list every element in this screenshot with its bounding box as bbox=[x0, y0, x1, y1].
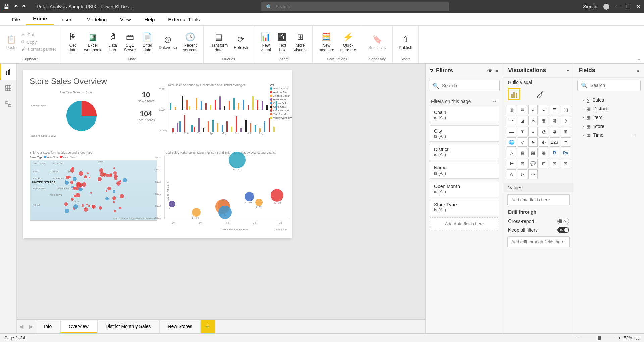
text-box-button[interactable]: 🅰Text box bbox=[274, 29, 290, 55]
viz-type-icon[interactable]: ⊢ bbox=[507, 159, 516, 168]
model-view-button[interactable] bbox=[0, 96, 16, 112]
close-icon[interactable]: ✕ bbox=[637, 4, 641, 9]
format-visual-mode[interactable] bbox=[534, 88, 546, 100]
page-tab[interactable]: Info bbox=[36, 320, 60, 333]
excel-workbook-button[interactable]: ▦Excel workbook bbox=[82, 29, 104, 55]
dataverse-button[interactable]: ◎Dataverse bbox=[156, 29, 180, 55]
global-search[interactable]: 🔍 bbox=[261, 2, 449, 11]
viz-type-icon[interactable]: ▨ bbox=[550, 116, 559, 125]
viz-type-icon[interactable]: ≡ bbox=[561, 137, 570, 147]
zoom-out-button[interactable]: − bbox=[576, 336, 578, 340]
viz-type-icon[interactable]: ▯▯ bbox=[561, 105, 570, 114]
viz-type-icon[interactable]: ⋯ bbox=[528, 169, 538, 179]
viz-type-icon[interactable]: ▦ bbox=[539, 116, 548, 125]
viz-type-icon[interactable]: ◐ bbox=[539, 137, 548, 147]
viz-type-icon[interactable]: R bbox=[550, 148, 559, 157]
page-tab[interactable]: District Monthly Sales bbox=[97, 320, 159, 333]
keep-filters-toggle[interactable]: On bbox=[557, 227, 569, 233]
tab-view[interactable]: View bbox=[113, 14, 138, 25]
column-chart-visual[interactable]: Total Sales Variance by FiscalMonth and … bbox=[168, 83, 288, 144]
report-canvas[interactable]: Store Sales Overview This Year Sales by … bbox=[17, 64, 425, 319]
filters-section-menu-icon[interactable]: ⋯ bbox=[493, 99, 498, 104]
filter-card[interactable]: Districtis (All) bbox=[430, 144, 499, 160]
zoom-slider[interactable] bbox=[581, 338, 615, 338]
global-search-input[interactable] bbox=[276, 4, 444, 9]
new-measure-button[interactable]: 🧮New measure bbox=[316, 29, 337, 55]
new-visual-button[interactable]: 📊New visual bbox=[258, 29, 274, 55]
filter-card[interactable]: Store Typeis (All) bbox=[430, 199, 499, 215]
drill-through-drop-zone[interactable]: Add drill-through fields here bbox=[507, 236, 570, 247]
collapse-fields-icon[interactable]: » bbox=[637, 68, 639, 73]
field-table[interactable]: ›▦Time⋯ bbox=[578, 131, 640, 139]
more-icon[interactable]: ⋯ bbox=[631, 133, 635, 137]
cross-report-toggle[interactable]: Off bbox=[557, 218, 569, 224]
filters-drop-zone[interactable]: Add data fields here bbox=[430, 217, 499, 230]
enter-data-button[interactable]: 📄Enter data bbox=[139, 29, 155, 55]
viz-type-icon[interactable]: ➤ bbox=[528, 137, 538, 147]
viz-type-icon[interactable]: ⊡ bbox=[561, 159, 570, 168]
filter-card[interactable]: Nameis (All) bbox=[430, 162, 499, 179]
viz-type-icon[interactable]: ⊡ bbox=[539, 159, 548, 168]
add-page-button[interactable]: + bbox=[201, 320, 215, 333]
viz-type-icon[interactable]: ▽ bbox=[518, 137, 527, 147]
viz-type-icon[interactable]: ⊟ bbox=[518, 159, 527, 168]
data-hub-button[interactable]: 🛢Data hub bbox=[105, 29, 121, 55]
field-table[interactable]: ›▦Item bbox=[578, 113, 640, 122]
undo-icon[interactable]: ↶ bbox=[14, 4, 18, 9]
viz-type-icon[interactable]: ⊡ bbox=[550, 159, 559, 168]
viz-type-icon[interactable]: ▦ bbox=[518, 148, 527, 157]
viz-type-icon[interactable]: 🌐 bbox=[507, 137, 516, 147]
viz-type-icon[interactable]: ⊞ bbox=[561, 127, 570, 136]
transform-data-button[interactable]: ▤Transform data bbox=[207, 29, 230, 55]
viz-type-icon[interactable]: ▬ bbox=[507, 127, 516, 136]
viz-type-icon[interactable]: ◕ bbox=[550, 127, 559, 136]
card-new-stores[interactable]: 10 New Stores bbox=[127, 91, 164, 103]
refresh-button[interactable]: ⟳Refresh bbox=[231, 29, 251, 55]
tab-home[interactable]: Home bbox=[26, 13, 54, 25]
tab-modeling[interactable]: Modeling bbox=[79, 14, 113, 25]
signin-link[interactable]: Sign in bbox=[583, 4, 597, 9]
recent-sources-button[interactable]: 🕓Recent sources bbox=[180, 29, 200, 55]
page-tab[interactable]: Overview bbox=[60, 320, 97, 333]
card-total-stores[interactable]: 104 Total Stores bbox=[127, 110, 164, 122]
pie-visual[interactable]: This Year Sales by Chain Lindseys $6M Fa… bbox=[30, 91, 123, 148]
field-table[interactable]: ›▦District bbox=[578, 104, 640, 113]
tab-file[interactable]: File bbox=[6, 14, 26, 25]
redo-icon[interactable]: ↷ bbox=[22, 4, 26, 9]
collapse-viz-icon[interactable]: » bbox=[566, 68, 569, 73]
viz-type-icon[interactable]: ⟠ bbox=[561, 116, 570, 125]
page-prev[interactable]: ◀ bbox=[18, 323, 25, 330]
viz-type-icon[interactable]: ▦ bbox=[539, 148, 548, 157]
field-table[interactable]: ›∑Sales bbox=[578, 96, 640, 104]
tab-external-tools[interactable]: External Tools bbox=[161, 14, 206, 25]
filter-card[interactable]: Open Monthis (All) bbox=[430, 181, 499, 197]
map-visual[interactable]: This Year Sales by PostalCode and Store … bbox=[30, 151, 157, 228]
publish-button[interactable]: ⇧Publish bbox=[396, 29, 415, 55]
quick-measure-button[interactable]: ⚡Quick measure bbox=[338, 29, 359, 55]
filters-search-input[interactable] bbox=[442, 83, 496, 88]
sql-server-button[interactable]: 🗃SQL Server bbox=[121, 29, 139, 55]
fields-search-input[interactable] bbox=[590, 83, 637, 88]
viz-type-icon[interactable]: ▥ bbox=[507, 105, 516, 114]
viz-type-icon[interactable]: 💬 bbox=[528, 159, 538, 168]
viz-type-icon[interactable]: ◢ bbox=[518, 116, 527, 125]
scatter-visual[interactable]: Total Sales Variance %, Sales Per Sq Ft … bbox=[164, 151, 288, 228]
collapse-filters-icon[interactable]: » bbox=[496, 68, 498, 74]
field-table[interactable]: ›▦Store bbox=[578, 122, 640, 131]
fit-to-page-icon[interactable]: ⛶ bbox=[635, 336, 639, 340]
fields-search[interactable]: 🔍 bbox=[577, 80, 641, 91]
build-visual-mode[interactable] bbox=[508, 88, 520, 100]
more-visuals-button[interactable]: ⊞More visuals bbox=[291, 29, 309, 55]
zoom-in-button[interactable]: + bbox=[618, 336, 621, 340]
minimize-icon[interactable]: — bbox=[615, 4, 620, 9]
save-icon[interactable]: 💾 bbox=[3, 4, 9, 9]
report-view-button[interactable] bbox=[0, 64, 16, 80]
viz-type-icon[interactable]: ▼ bbox=[518, 127, 527, 136]
viz-type-icon[interactable]: ⩕ bbox=[528, 116, 538, 125]
viz-type-icon[interactable]: ⫻ bbox=[539, 105, 548, 114]
filters-search[interactable]: 🔍 bbox=[429, 80, 500, 91]
data-view-button[interactable] bbox=[0, 80, 16, 96]
tab-help[interactable]: Help bbox=[138, 14, 162, 25]
avatar[interactable] bbox=[603, 4, 609, 10]
viz-type-icon[interactable]: ⊳ bbox=[518, 169, 527, 179]
